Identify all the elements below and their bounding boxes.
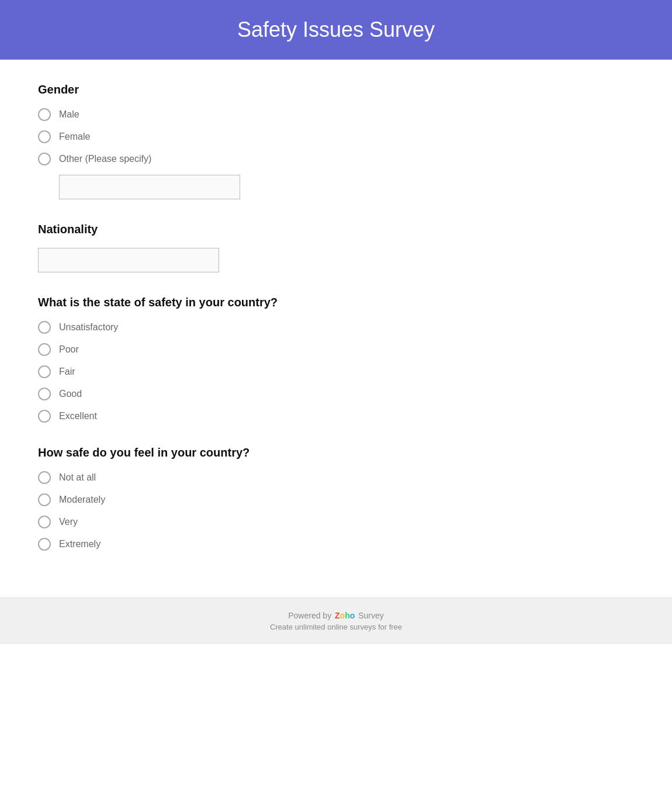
- gender-question: Gender Male Female Other (Please specify…: [38, 83, 634, 199]
- nationality-question-title: Nationality: [38, 223, 634, 236]
- gender-male-label: Male: [59, 109, 79, 120]
- footer-sub-text: Create unlimited online surveys for free: [12, 623, 660, 631]
- zoho-o1: o: [340, 611, 345, 620]
- safety-state-fair-radio[interactable]: [38, 365, 51, 378]
- gender-other-radio[interactable]: [38, 153, 51, 165]
- safety-feel-moderately-radio[interactable]: [38, 493, 51, 506]
- safety-feel-question: How safe do you feel in your country? No…: [38, 446, 634, 551]
- safety-feel-very-radio[interactable]: [38, 516, 51, 528]
- gender-other-label: Other (Please specify): [59, 154, 151, 164]
- gender-male-option[interactable]: Male: [38, 108, 634, 121]
- safety-state-excellent-option[interactable]: Excellent: [38, 410, 634, 423]
- safety-feel-extremely-label: Extremely: [59, 539, 101, 549]
- nationality-input[interactable]: [38, 248, 219, 272]
- safety-feel-title: How safe do you feel in your country?: [38, 446, 634, 459]
- survey-content: Gender Male Female Other (Please specify…: [0, 60, 672, 597]
- gender-other-input[interactable]: [59, 175, 240, 199]
- safety-feel-very-option[interactable]: Very: [38, 516, 634, 528]
- safety-state-unsatisfactory-label: Unsatisfactory: [59, 322, 118, 333]
- survey-title: Safety Issues Survey: [12, 18, 660, 42]
- gender-female-option[interactable]: Female: [38, 130, 634, 143]
- safety-state-poor-option[interactable]: Poor: [38, 343, 634, 356]
- safety-state-unsatisfactory-option[interactable]: Unsatisfactory: [38, 321, 634, 334]
- safety-state-fair-option[interactable]: Fair: [38, 365, 634, 378]
- safety-state-good-radio[interactable]: [38, 388, 51, 400]
- safety-state-question: What is the state of safety in your coun…: [38, 296, 634, 423]
- survey-header: Safety Issues Survey: [0, 0, 672, 60]
- safety-state-poor-label: Poor: [59, 344, 79, 355]
- nationality-question: Nationality: [38, 223, 634, 272]
- safety-feel-notatall-radio[interactable]: [38, 471, 51, 484]
- safety-feel-extremely-radio[interactable]: [38, 538, 51, 551]
- safety-state-fair-label: Fair: [59, 367, 75, 377]
- safety-state-unsatisfactory-radio[interactable]: [38, 321, 51, 334]
- safety-state-good-option[interactable]: Good: [38, 388, 634, 400]
- powered-by-text: Powered by Zoho Survey: [12, 611, 660, 620]
- safety-feel-moderately-label: Moderately: [59, 495, 105, 505]
- safety-feel-notatall-option[interactable]: Not at all: [38, 471, 634, 484]
- survey-footer: Powered by Zoho Survey Create unlimited …: [0, 598, 672, 644]
- safety-state-excellent-radio[interactable]: [38, 410, 51, 423]
- safety-feel-extremely-option[interactable]: Extremely: [38, 538, 634, 551]
- safety-state-title: What is the state of safety in your coun…: [38, 296, 634, 309]
- zoho-o2: o: [350, 611, 355, 620]
- zoho-h: h: [345, 611, 350, 620]
- gender-female-label: Female: [59, 132, 90, 142]
- safety-feel-notatall-label: Not at all: [59, 472, 96, 483]
- zoho-z: Z: [335, 611, 340, 620]
- gender-other-option[interactable]: Other (Please specify): [38, 153, 634, 165]
- safety-state-excellent-label: Excellent: [59, 411, 97, 421]
- gender-male-radio[interactable]: [38, 108, 51, 121]
- safety-feel-very-label: Very: [59, 517, 78, 527]
- gender-question-title: Gender: [38, 83, 634, 96]
- gender-female-radio[interactable]: [38, 130, 51, 143]
- safety-feel-moderately-option[interactable]: Moderately: [38, 493, 634, 506]
- zoho-logo: Zoho: [335, 611, 355, 620]
- safety-state-poor-radio[interactable]: [38, 343, 51, 356]
- safety-state-good-label: Good: [59, 389, 82, 399]
